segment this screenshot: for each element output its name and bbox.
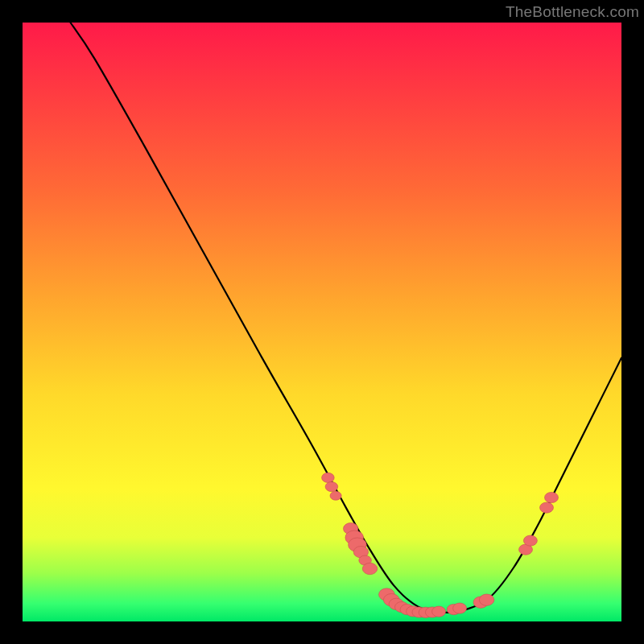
watermark-text: TheBottleneck.com	[506, 3, 639, 21]
chart-data-dot	[540, 502, 554, 513]
chart-data-dot	[479, 594, 493, 605]
chart-data-dot	[432, 606, 446, 617]
chart-data-dot	[453, 603, 467, 613]
chart-svg	[23, 23, 621, 621]
chart-dots-group	[322, 473, 559, 617]
chart-plot-area	[23, 23, 621, 621]
chart-data-dot	[523, 535, 537, 546]
chart-data-dot	[362, 563, 377, 574]
chart-data-dot	[325, 482, 338, 492]
chart-data-dot	[322, 473, 335, 482]
chart-data-dot	[545, 492, 559, 502]
chart-data-dot	[330, 491, 341, 500]
